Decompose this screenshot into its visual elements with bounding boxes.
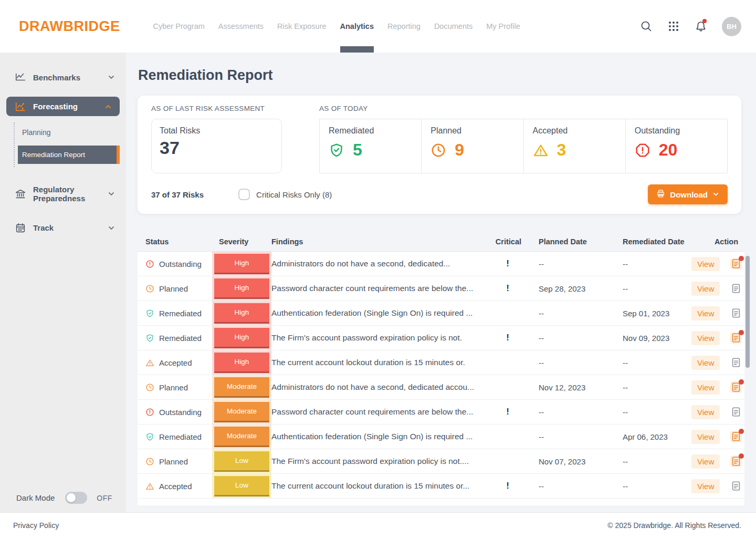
notification-dot — [702, 19, 707, 23]
stat-remediated: Remediated 5 — [319, 119, 422, 173]
sidebar: Benchmarks Forecasting Planning Remediat… — [0, 53, 126, 512]
planned-date: Sep 28, 2023 — [523, 276, 607, 301]
download-button[interactable]: Download — [648, 184, 728, 204]
planned-date: Nov 12, 2023 — [523, 375, 607, 399]
finding-text: Password character count requirements ar… — [271, 400, 492, 424]
accepted-status-icon — [145, 482, 154, 491]
note-document-icon[interactable] — [730, 332, 742, 344]
remediated-date: Apr 06, 2023 — [607, 425, 691, 449]
nav-documents[interactable]: Documents — [427, 0, 479, 53]
alert-octagon-icon — [635, 142, 650, 158]
planned-date: -- — [523, 400, 607, 424]
view-button[interactable]: View — [691, 306, 720, 320]
bank-icon — [15, 188, 26, 200]
severity-badge: Low — [214, 451, 269, 472]
severity-badge: High — [214, 278, 269, 299]
status-label: Accepted — [159, 482, 192, 491]
table-row: Accepted High The current account lockou… — [138, 350, 744, 375]
note-document-icon[interactable] — [730, 431, 742, 442]
notifications-bell-icon[interactable] — [695, 20, 707, 33]
privacy-policy-link[interactable]: Privacy Policy — [13, 521, 59, 530]
severity-cell: High — [212, 301, 271, 325]
view-button[interactable]: View — [691, 479, 720, 493]
critical-mark — [492, 350, 523, 375]
finding-text: Password character count requirements ar… — [271, 276, 492, 301]
planned-date: -- — [523, 425, 607, 449]
outstanding-status-icon — [145, 260, 154, 268]
status-label: Outstanding — [159, 260, 202, 268]
toggle-knob — [67, 493, 76, 502]
note-document-icon[interactable] — [730, 307, 742, 319]
forecast-chart-icon — [15, 101, 26, 112]
view-button[interactable]: View — [691, 405, 720, 419]
view-button[interactable]: View — [691, 380, 720, 395]
sidebar-item-track[interactable]: Track — [0, 218, 126, 238]
table-header: Status Severity Findings Critical Planne… — [138, 232, 744, 252]
table-row: Remediated High Authentication federatio… — [138, 301, 744, 326]
note-document-icon[interactable] — [730, 480, 742, 492]
risks-count: 37 of 37 Risks — [151, 190, 204, 199]
nav-my-profile[interactable]: My Profile — [479, 0, 527, 53]
view-button[interactable]: View — [691, 454, 720, 469]
note-document-icon[interactable] — [730, 283, 742, 294]
nav-analytics[interactable]: Analytics — [333, 0, 381, 53]
line-chart-icon — [15, 71, 26, 83]
dark-mode-toggle[interactable] — [65, 492, 87, 504]
nav-risk-exposure[interactable]: Risk Exposure — [270, 0, 333, 53]
note-document-icon[interactable] — [730, 357, 742, 368]
sidebar-item-remediation-report[interactable]: Remediation Report — [18, 146, 120, 164]
note-document-icon[interactable] — [730, 258, 742, 270]
note-alert-dot — [739, 429, 744, 434]
severity-cell: Moderate — [212, 425, 271, 449]
view-button[interactable]: View — [691, 430, 720, 444]
sidebar-item-forecasting[interactable]: Forecasting — [6, 97, 120, 116]
findings-table: Status Severity Findings Critical Planne… — [138, 232, 744, 505]
view-button[interactable]: View — [691, 257, 720, 271]
note-alert-dot — [739, 256, 744, 261]
table-tail — [138, 499, 744, 505]
stat-planned: Planned 9 — [421, 119, 523, 173]
nav-reporting[interactable]: Reporting — [381, 0, 427, 53]
critical-risks-checkbox[interactable] — [238, 189, 250, 200]
note-document-icon[interactable] — [730, 456, 742, 467]
note-document-icon[interactable] — [730, 381, 742, 393]
sidebar-item-benchmarks[interactable]: Benchmarks — [0, 67, 126, 87]
planned-status-icon — [145, 457, 154, 466]
severity-cell: High — [212, 326, 271, 350]
sidebar-item-planning[interactable]: Planning — [15, 123, 126, 141]
remediated-date: -- — [607, 252, 691, 276]
finding-text: The current account lockout duration is … — [271, 350, 492, 375]
critical-mark — [492, 301, 523, 325]
planned-date: -- — [523, 474, 607, 498]
finding-text: Authentication federation (Single Sign O… — [271, 425, 492, 449]
sidebar-item-regulatory-preparedness[interactable]: Regulatory Preparedness — [0, 182, 126, 206]
nav-cyber-program[interactable]: Cyber Program — [146, 0, 212, 53]
outstanding-status-icon — [145, 408, 154, 417]
avatar[interactable]: BH — [722, 17, 741, 36]
dark-mode-state: OFF — [97, 494, 112, 502]
apps-grid-icon[interactable] — [667, 20, 680, 33]
remediated-date: Nov 09, 2023 — [607, 326, 691, 350]
search-icon[interactable] — [640, 20, 653, 33]
nav-assessments[interactable]: Assessments — [212, 0, 270, 53]
table-scrollbar[interactable] — [746, 256, 750, 368]
note-document-icon[interactable] — [730, 406, 742, 418]
critical-mark — [492, 425, 523, 449]
severity-cell: Moderate — [212, 400, 271, 424]
printer-icon — [656, 189, 665, 200]
remediated-date: -- — [607, 350, 691, 375]
table-row: Outstanding High Administrators do not h… — [138, 252, 744, 276]
planned-status-icon — [145, 284, 154, 293]
remediated-date: -- — [607, 375, 691, 399]
remediated-date: -- — [607, 276, 691, 301]
view-button[interactable]: View — [691, 282, 720, 296]
view-button[interactable]: View — [691, 356, 720, 370]
total-risks-box: Total Risks 37 — [151, 119, 282, 173]
planned-date: -- — [523, 252, 607, 276]
view-button[interactable]: View — [691, 331, 720, 345]
remediated-date: -- — [607, 474, 691, 498]
page-footer: Privacy Policy © 2025 Drawbridge. All Ri… — [0, 512, 756, 538]
severity-cell: Low — [212, 474, 271, 498]
table-row: Remediated Moderate Authentication feder… — [138, 425, 744, 449]
forecasting-submenu: Planning Remediation Report — [14, 122, 126, 167]
